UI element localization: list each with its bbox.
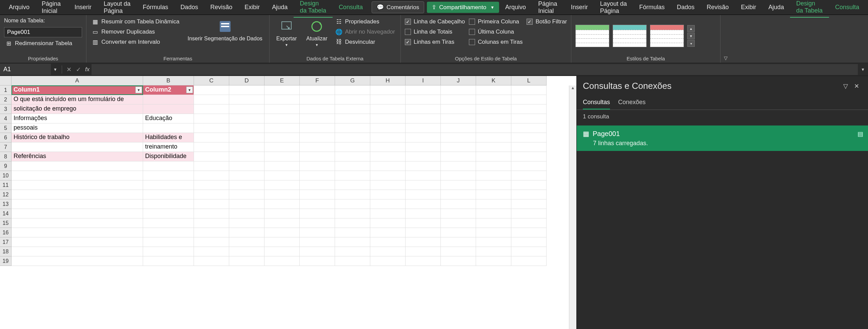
menu-dados[interactable]: Dados	[174, 1, 204, 14]
cell-I17[interactable]	[406, 237, 441, 247]
unlink-button[interactable]: ⛓Desvincular	[334, 38, 396, 46]
cell-B13[interactable]	[143, 199, 194, 209]
cell-A19[interactable]	[12, 256, 143, 266]
cell-B19[interactable]	[143, 256, 194, 266]
checkbox-banded_rows[interactable]: ✓Linhas em Tiras	[405, 38, 465, 46]
cell-G11[interactable]	[335, 180, 370, 190]
cell-D15[interactable]	[229, 218, 264, 228]
row-header-7[interactable]: 7	[0, 142, 12, 152]
cell-G5[interactable]	[335, 123, 370, 133]
cell-E7[interactable]	[264, 142, 300, 152]
cell-G19[interactable]	[335, 256, 370, 266]
row-header-6[interactable]: 6	[0, 133, 12, 142]
cell-J7[interactable]	[441, 142, 476, 152]
cell-L1[interactable]	[511, 85, 547, 95]
cell-A12[interactable]	[12, 190, 143, 199]
cell-J16[interactable]	[441, 228, 476, 237]
cell-L15[interactable]	[511, 218, 547, 228]
cell-I14[interactable]	[406, 209, 441, 218]
cell-D1[interactable]	[229, 85, 264, 95]
row-header-4[interactable]: 4	[0, 114, 12, 123]
cell-A18[interactable]	[12, 247, 143, 256]
cell-I8[interactable]	[406, 152, 441, 161]
cell-G9[interactable]	[335, 161, 370, 171]
col-header-B[interactable]: B	[143, 76, 194, 85]
cell-E14[interactable]	[264, 209, 300, 218]
menu-ajuda[interactable]: Ajuda	[266, 1, 294, 14]
cell-H4[interactable]	[370, 114, 406, 123]
cell-F1[interactable]	[300, 85, 335, 95]
convert-range-button[interactable]: ▥Converter em Intervalo	[91, 38, 181, 46]
insert-slicer-button[interactable]: Inserir Segmentação de Dados	[185, 18, 265, 54]
cell-A15[interactable]	[12, 218, 143, 228]
row-header-16[interactable]: 16	[0, 228, 12, 237]
cell-H14[interactable]	[370, 209, 406, 218]
cell-C11[interactable]	[194, 180, 229, 190]
cell-L4[interactable]	[511, 114, 547, 123]
cell-G12[interactable]	[335, 190, 370, 199]
menu-ajuda[interactable]: Ajuda	[762, 1, 790, 14]
cell-L11[interactable]	[511, 180, 547, 190]
cell-K10[interactable]	[476, 171, 511, 180]
row-header-12[interactable]: 12	[0, 190, 12, 199]
cell-K2[interactable]	[476, 95, 511, 104]
cell-L2[interactable]	[511, 95, 547, 104]
col-header-A[interactable]: A	[12, 76, 143, 85]
cell-A7[interactable]	[12, 142, 143, 152]
cell-H9[interactable]	[370, 161, 406, 171]
col-header-I[interactable]: I	[406, 76, 441, 85]
name-box[interactable]	[0, 64, 51, 75]
cell-C7[interactable]	[194, 142, 229, 152]
cell-A17[interactable]	[12, 237, 143, 247]
share-button[interactable]: ⇪ Compartilhamento ▼	[427, 2, 499, 13]
cell-H19[interactable]	[370, 256, 406, 266]
cancel-formula-button[interactable]: ✕	[64, 66, 74, 73]
cell-B15[interactable]	[143, 218, 194, 228]
cell-A6[interactable]: Histórico de trabalho	[12, 133, 143, 142]
cell-I4[interactable]	[406, 114, 441, 123]
cell-H8[interactable]	[370, 152, 406, 161]
cell-C10[interactable]	[194, 171, 229, 180]
cell-J18[interactable]	[441, 247, 476, 256]
cell-K19[interactable]	[476, 256, 511, 266]
cell-D18[interactable]	[229, 247, 264, 256]
cell-F5[interactable]	[300, 123, 335, 133]
cell-D17[interactable]	[229, 237, 264, 247]
cell-G4[interactable]	[335, 114, 370, 123]
row-header-9[interactable]: 9	[0, 161, 12, 171]
cell-B6[interactable]: Habilidades e	[143, 133, 194, 142]
cell-G2[interactable]	[335, 95, 370, 104]
cell-B8[interactable]: Disponibilidade	[143, 152, 194, 161]
cell-B1[interactable]: Column2▼	[143, 85, 194, 95]
cell-H10[interactable]	[370, 171, 406, 180]
cell-K16[interactable]	[476, 228, 511, 237]
cell-D6[interactable]	[229, 133, 264, 142]
cell-D3[interactable]	[229, 104, 264, 114]
row-header-3[interactable]: 3	[0, 104, 12, 114]
cell-D10[interactable]	[229, 171, 264, 180]
cell-K18[interactable]	[476, 247, 511, 256]
cell-K11[interactable]	[476, 180, 511, 190]
row-header-2[interactable]: 2	[0, 95, 12, 104]
cell-D16[interactable]	[229, 228, 264, 237]
cell-I16[interactable]	[406, 228, 441, 237]
cell-A9[interactable]	[12, 161, 143, 171]
menu-consulta[interactable]: Consulta	[333, 1, 369, 14]
cell-L18[interactable]	[511, 247, 547, 256]
cell-A5[interactable]: pessoais	[12, 123, 143, 133]
cell-E18[interactable]	[264, 247, 300, 256]
cell-L7[interactable]	[511, 142, 547, 152]
cell-I6[interactable]	[406, 133, 441, 142]
cell-G15[interactable]	[335, 218, 370, 228]
cell-E2[interactable]	[264, 95, 300, 104]
cell-B4[interactable]: Educação	[143, 114, 194, 123]
menu-revisão[interactable]: Revisão	[701, 1, 735, 14]
cell-F13[interactable]	[300, 199, 335, 209]
cell-D11[interactable]	[229, 180, 264, 190]
cell-L13[interactable]	[511, 199, 547, 209]
cell-F12[interactable]	[300, 190, 335, 199]
formula-input[interactable]	[92, 64, 858, 75]
cell-B5[interactable]	[143, 123, 194, 133]
filter-dropdown[interactable]: ▼	[135, 86, 142, 93]
cell-K8[interactable]	[476, 152, 511, 161]
